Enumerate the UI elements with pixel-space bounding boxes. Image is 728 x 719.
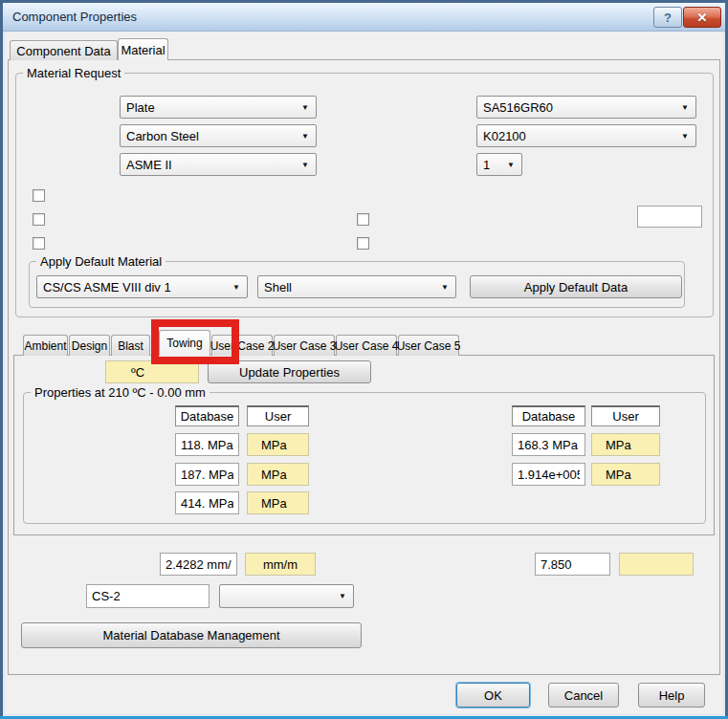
case-temperature-unit-input[interactable] (105, 360, 199, 383)
class-value: Carbon Steel (126, 129, 199, 143)
modulus-of-elasticity-user-input[interactable] (591, 463, 660, 486)
properties-legend: Properties at 210 ºC - 0.00 mm (31, 385, 210, 400)
help-button[interactable]: Help (638, 683, 705, 708)
tab-component-data-label: Component Data (16, 44, 110, 58)
chevron-down-icon: ▼ (507, 161, 521, 169)
numeric-name-value: K02100 (483, 129, 526, 143)
user-column-header-right: User (591, 405, 660, 426)
tab-user-case-3-label: User Case 3 (273, 339, 337, 353)
thermal-expansion-unit-input[interactable] (245, 553, 316, 576)
close-glyph: ✕ (697, 11, 708, 25)
tab-towing[interactable]: Towing (159, 330, 210, 356)
material-request-legend: Material Request (23, 66, 124, 80)
default-material-value: CS/CS ASME VIII div 1 (43, 280, 171, 294)
tab-user-case-5[interactable]: User Case 5 (398, 335, 459, 356)
yield-stress-user-input[interactable] (247, 463, 309, 486)
tab-towing-label: Towing (166, 337, 202, 350)
user-column-header-left: User (247, 405, 309, 426)
user-header-label: User (612, 409, 638, 424)
default-component-select[interactable]: Shell▼ (257, 275, 456, 298)
impact-tested-checkbox[interactable] (357, 213, 369, 226)
exceptional-allowable-stress-database-input[interactable] (512, 433, 585, 456)
numeric-name-select[interactable]: K02100▼ (476, 124, 696, 147)
specific-gravity-unit-input[interactable] (619, 553, 694, 576)
material-database-management-button[interactable]: Material Database Management (21, 622, 362, 648)
allowable-stress-user-input[interactable] (247, 433, 309, 456)
tensile-strength-database-input[interactable] (175, 491, 239, 514)
class-select[interactable]: Carbon Steel▼ (120, 124, 317, 147)
chevron-down-icon: ▼ (301, 132, 316, 141)
help-glyph: ? (664, 11, 672, 25)
product-value: Plate (126, 100, 155, 115)
window-title: Component Properties (12, 10, 137, 24)
tab-design-label: Design (72, 339, 107, 353)
tab-design[interactable]: Design (69, 335, 110, 356)
norm-select[interactable]: ASME II▼ (120, 153, 317, 176)
tab-ambient-label: Ambient (24, 339, 66, 353)
tab-user-case-3[interactable]: User Case 3 (274, 335, 335, 356)
chevron-down-icon: ▼ (301, 161, 316, 169)
tab-user-case-4-label: User Case 4 (335, 339, 399, 353)
title-bar[interactable]: Component Properties (3, 3, 725, 32)
close-icon[interactable]: ✕ (683, 7, 721, 28)
tab-blast-label: Blast (118, 339, 143, 353)
ok-button[interactable]: OK (456, 683, 530, 708)
product-select[interactable]: Plate▼ (120, 96, 317, 119)
tab-material-label: Material (121, 43, 165, 57)
fine-grain-checkbox[interactable] (33, 237, 45, 250)
apply-default-material-legend: Apply Default Material (36, 254, 165, 269)
chevron-down-icon: ▼ (681, 103, 695, 112)
chamber-select[interactable]: 1▼ (476, 153, 522, 176)
chevron-down-icon: ▼ (681, 132, 695, 141)
chamber-value: 1 (483, 158, 490, 172)
modulus-of-elasticity-database-input[interactable] (512, 463, 585, 486)
temperature-input[interactable] (637, 206, 702, 228)
use-ug20f-checkbox[interactable] (357, 237, 369, 250)
database-header-label: Database (181, 409, 234, 424)
chevron-down-icon: ▼ (441, 283, 455, 292)
thermal-expansion-input[interactable] (160, 553, 237, 576)
specific-gravity-input[interactable] (535, 553, 610, 576)
norm-value: ASME II (126, 158, 172, 172)
default-component-value: Shell (264, 280, 292, 294)
cancel-button[interactable]: Cancel (548, 683, 619, 708)
tab-user-case-5-label: User Case 5 (397, 339, 461, 353)
exceptional-allowable-stress-user-input[interactable] (591, 433, 660, 456)
allowable-stress-database-input[interactable] (175, 433, 239, 456)
chevron-down-icon: ▼ (232, 283, 247, 292)
apply-default-data-button[interactable]: Apply Default Data (470, 275, 682, 298)
symbolic-name-value: SA516GR60 (483, 100, 553, 115)
database-column-header-left: Database (175, 405, 239, 426)
tab-user-case-4[interactable]: User Case 4 (336, 335, 397, 356)
database-header-label: Database (522, 409, 576, 424)
tab-ambient[interactable]: Ambient (23, 335, 68, 356)
chevron-down-icon: ▼ (339, 592, 353, 600)
tab-blast[interactable]: Blast (111, 335, 150, 356)
symbolic-name-select[interactable]: SA516GR60▼ (476, 96, 696, 119)
yield-stress-database-input[interactable] (175, 463, 239, 486)
material-normalized-checkbox[interactable] (33, 213, 45, 226)
tab-component-data[interactable]: Component Data (10, 40, 118, 60)
tab-material[interactable]: Material (118, 38, 168, 60)
user-header-label: User (265, 409, 291, 424)
apply-asme-note-checkbox[interactable] (33, 189, 45, 202)
tensile-strength-user-input[interactable] (247, 491, 309, 514)
component-properties-dialog: Component Properties ? ✕ Component Data … (0, 0, 728, 719)
tab-user-case-2-label: User Case 2 (210, 339, 275, 353)
chevron-down-icon: ▼ (301, 103, 316, 112)
update-properties-button[interactable]: Update Properties (208, 360, 371, 383)
help-icon[interactable]: ? (653, 7, 682, 28)
curve-select[interactable]: ▼ (219, 584, 354, 608)
database-column-header-right: Database (512, 405, 585, 426)
curve-input[interactable] (86, 584, 210, 608)
default-material-select[interactable]: CS/CS ASME VIII div 1▼ (36, 275, 248, 298)
tab-user-case-2[interactable]: User Case 2 (211, 335, 273, 356)
